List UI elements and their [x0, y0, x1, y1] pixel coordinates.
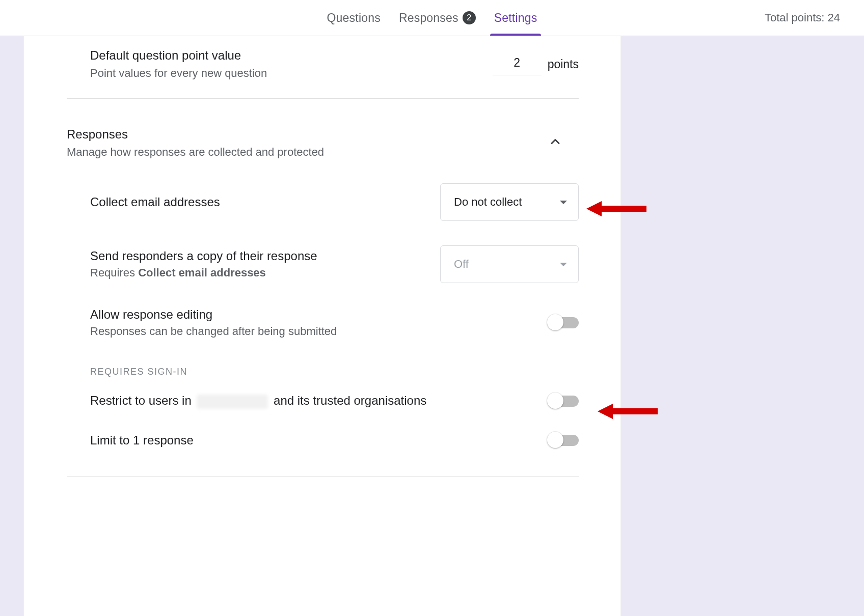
tab-responses-label: Responses: [399, 11, 458, 25]
toggle-thumb: [547, 314, 563, 330]
send-copy-label: Send responders a copy of their response: [90, 249, 317, 263]
allow-editing-toggle[interactable]: [549, 317, 579, 328]
tab-responses[interactable]: Responses 2: [399, 0, 476, 36]
total-points-label: Total points: 24: [765, 11, 840, 24]
section-divider: [67, 476, 579, 477]
allow-editing-labels: Allow response editing Responses can be …: [90, 307, 337, 338]
send-copy-sub-prefix: Requires: [90, 266, 138, 279]
default-point-controls: points: [493, 53, 579, 75]
send-copy-sub: Requires Collect email addresses: [90, 266, 317, 279]
limit-one-toggle[interactable]: [549, 435, 579, 446]
tabs: Questions Responses 2 Settings: [327, 0, 537, 36]
send-copy-dropdown[interactable]: Off: [440, 245, 579, 283]
limit-one-label: Limit to 1 response: [90, 433, 194, 447]
tabs-bar: Questions Responses 2 Settings Total poi…: [0, 0, 864, 36]
requires-signin-header: REQUIRES SIGN-IN: [67, 350, 579, 381]
send-copy-value: Off: [454, 258, 469, 271]
default-point-labels: Default question point value Point value…: [90, 48, 267, 80]
allow-editing-row: Allow response editing Responses can be …: [67, 295, 579, 350]
toggle-thumb: [547, 393, 563, 409]
restrict-suffix: and its trusted organisations: [270, 394, 426, 407]
default-point-input[interactable]: [493, 53, 542, 75]
tab-questions[interactable]: Questions: [327, 0, 381, 36]
collect-email-value: Do not collect: [454, 195, 522, 209]
send-copy-sub-bold: Collect email addresses: [138, 266, 266, 279]
collect-email-dropdown[interactable]: Do not collect: [440, 183, 579, 221]
toggle-thumb: [547, 432, 563, 448]
default-point-value-row: Default question point value Point value…: [67, 36, 579, 99]
org-name-redacted: [197, 395, 268, 409]
responses-count-badge: 2: [463, 11, 476, 24]
responses-section-sub: Manage how responses are collected and p…: [67, 146, 324, 159]
responses-section-labels: Responses Manage how responses are colle…: [67, 127, 324, 159]
restrict-users-label: Restrict to users in and its trusted org…: [90, 394, 426, 409]
responses-section-header: Responses Manage how responses are colle…: [67, 99, 579, 159]
default-point-sub: Point values for every new question: [90, 67, 267, 80]
chevron-up-icon[interactable]: [548, 134, 562, 152]
caret-down-icon: [560, 263, 567, 266]
collect-email-row: Collect email addresses Do not collect: [67, 159, 579, 233]
allow-editing-label: Allow response editing: [90, 307, 337, 322]
collect-email-label: Collect email addresses: [90, 195, 220, 209]
restrict-users-row: Restrict to users in and its trusted org…: [67, 381, 579, 421]
caret-down-icon: [560, 201, 567, 204]
limit-one-row: Limit to 1 response: [67, 421, 579, 460]
points-unit-label: points: [548, 58, 579, 71]
restrict-users-toggle[interactable]: [549, 396, 579, 407]
send-copy-labels: Send responders a copy of their response…: [90, 249, 317, 279]
default-point-title: Default question point value: [90, 48, 267, 63]
allow-editing-sub: Responses can be changed after being sub…: [90, 325, 337, 338]
settings-card: Default question point value Point value…: [23, 36, 621, 616]
responses-section-title: Responses: [67, 127, 324, 142]
send-copy-row: Send responders a copy of their response…: [67, 233, 579, 295]
restrict-prefix: Restrict to users in: [90, 394, 195, 407]
tab-settings[interactable]: Settings: [494, 0, 537, 36]
